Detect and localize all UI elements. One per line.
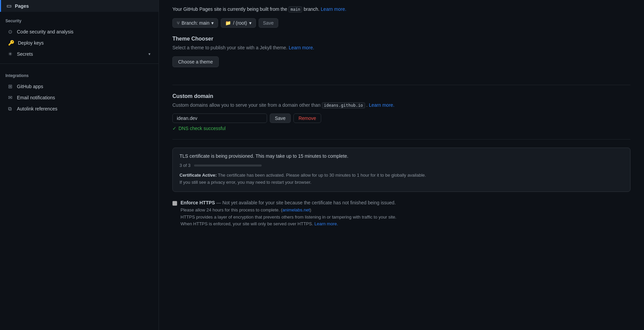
branch-chevron-icon: ▾: [211, 20, 214, 26]
tls-progress-label: 3 of 3: [180, 163, 191, 168]
custom-domain-title: Custom domain: [172, 93, 630, 99]
animelabs-link[interactable]: animelabs.net: [282, 207, 310, 212]
branch-row: ⑂ Branch: main ▾ 📁 / (root) ▾ Save: [172, 18, 630, 28]
domain-remove-button[interactable]: Remove: [293, 113, 321, 123]
email-notifications-icon: ✉: [8, 95, 14, 101]
save-button[interactable]: Save: [259, 18, 278, 28]
root-button[interactable]: 📁 / (root) ▾: [221, 18, 256, 28]
tls-progress-bar: [194, 164, 262, 167]
main-content: Your GitHub Pages site is currently bein…: [159, 0, 644, 330]
choose-theme-button[interactable]: Choose a theme: [172, 56, 219, 67]
sidebar-secrets-label: Secrets: [17, 51, 33, 57]
sidebar-item-secrets[interactable]: ✳ Secrets ▾: [3, 49, 156, 59]
branch-code: main: [288, 6, 302, 12]
pages-info-text: Your GitHub Pages site is currently bein…: [172, 5, 630, 13]
domain-save-button[interactable]: Save: [270, 113, 291, 123]
custom-domain-section: Custom domain Custom domains allow you t…: [172, 93, 630, 131]
sidebar-github-apps-label: GitHub apps: [17, 84, 43, 89]
sidebar-item-deploy-keys[interactable]: 🔑 Deploy keys: [3, 37, 156, 48]
sidebar-email-notifications-label: Email notifications: [17, 95, 55, 100]
enforce-https-row: Enforce HTTPS — Not yet available for yo…: [172, 200, 630, 228]
theme-divider: [172, 85, 630, 85]
sidebar-autolink-references-label: Autolink references: [17, 106, 57, 111]
sidebar-item-code-security[interactable]: ⊙ Code security and analysis: [3, 26, 156, 37]
sidebar-pages-label: Pages: [15, 3, 29, 9]
theme-chooser-learn-more-link[interactable]: Learn more.: [289, 45, 314, 50]
enforce-https-checkbox[interactable]: [172, 201, 177, 206]
branch-icon: ⑂: [177, 20, 180, 26]
sidebar-security-header: Security: [0, 13, 159, 26]
theme-chooser-section: Theme Chooser Select a theme to publish …: [172, 36, 630, 76]
sidebar-integrations-header: Integrations: [0, 68, 159, 81]
custom-domain-learn-more-link[interactable]: Learn more.: [369, 102, 394, 108]
sidebar-divider: [0, 64, 159, 64]
sidebar-item-email-notifications[interactable]: ✉ Email notifications: [3, 92, 156, 103]
tls-cert-strong: Certificate Active:: [180, 173, 217, 178]
tls-title: TLS certificate is being provisioned. Th…: [180, 153, 623, 159]
folder-icon: 📁: [225, 20, 231, 26]
tls-cert-text: Certificate Active: The certificate has …: [180, 172, 623, 186]
enforce-https-desc: Please allow 24 hours for this process t…: [181, 207, 630, 228]
domain-divider: [172, 139, 630, 139]
sidebar: ▭ Pages Security ⊙ Code security and ana…: [0, 0, 159, 330]
enforce-https-learn-more-link[interactable]: Learn more.: [314, 221, 338, 226]
chevron-down-icon: ▾: [148, 52, 150, 56]
tls-progress-row: 3 of 3: [180, 163, 623, 168]
sidebar-item-github-apps[interactable]: ⊞ GitHub apps: [3, 81, 156, 92]
enforce-https-title: Enforce HTTPS — Not yet available for yo…: [181, 200, 630, 205]
enforce-https-section: Enforce HTTPS — Not yet available for yo…: [172, 200, 630, 228]
secrets-icon: ✳: [8, 51, 14, 57]
pages-learn-more-link[interactable]: Learn more.: [321, 6, 346, 12]
branch-button[interactable]: ⑂ Branch: main ▾: [172, 18, 218, 28]
enforce-https-content: Enforce HTTPS — Not yet available for yo…: [181, 200, 630, 228]
theme-chooser-desc: Select a theme to publish your site with…: [172, 44, 630, 51]
tls-certificate-box: TLS certificate is being provisioned. Th…: [172, 148, 630, 192]
check-icon: ✓: [172, 126, 176, 131]
sidebar-item-pages[interactable]: ▭ Pages: [0, 0, 159, 12]
github-apps-icon: ⊞: [8, 83, 14, 90]
domain-input[interactable]: [172, 113, 267, 123]
autolink-references-icon: ⧉: [8, 106, 14, 112]
sidebar-deploy-keys-label: Deploy keys: [18, 40, 44, 46]
sidebar-item-autolink-references[interactable]: ⧉ Autolink references: [3, 103, 156, 114]
dns-check-status: ✓ DNS check successful: [172, 126, 630, 131]
theme-chooser-title: Theme Chooser: [172, 36, 630, 42]
custom-domain-desc: Custom domains allow you to serve your s…: [172, 101, 630, 109]
pages-icon: ▭: [6, 3, 11, 9]
sidebar-code-security-label: Code security and analysis: [17, 29, 73, 34]
custom-domain-code: ideans.github.io: [322, 102, 365, 108]
code-security-icon: ⊙: [8, 29, 14, 35]
root-chevron-icon: ▾: [249, 20, 252, 26]
custom-domain-row: Save Remove: [172, 113, 630, 123]
deploy-keys-icon: 🔑: [8, 40, 15, 46]
tls-progress-fill: [194, 164, 262, 167]
